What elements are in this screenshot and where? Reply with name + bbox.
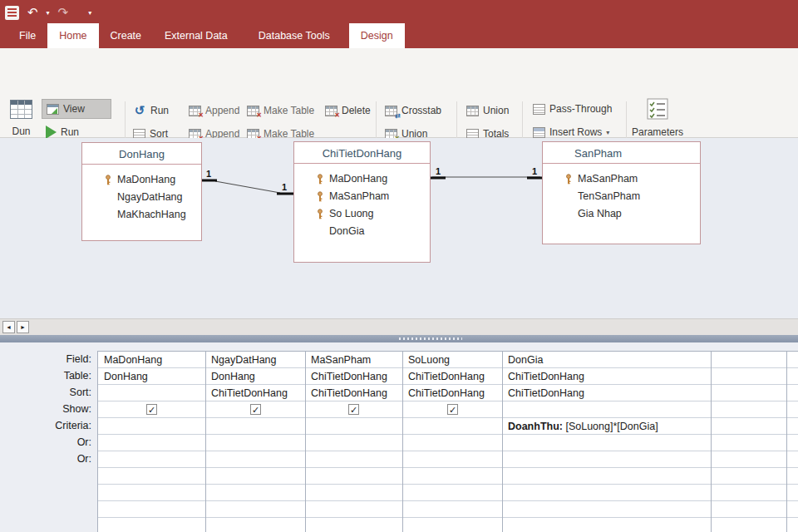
grid-cell-field-2[interactable]: NgayDatHang [205,352,305,368]
view-icon [47,104,59,115]
one-label: 1 [282,182,287,192]
field-row[interactable]: MaDonHang [294,170,430,188]
grid-cell-sort-4[interactable]: ChiTietDonHang [402,385,502,401]
horizontal-scrollbar[interactable]: ◄ ► [0,318,798,335]
tab-external-data[interactable]: External Data [153,23,239,48]
scroll-right-icon: ► [20,324,26,330]
table-title[interactable]: DonHang [82,143,201,165]
grid-cell-sort-5[interactable]: ChiTietDonHang [502,385,711,401]
run-refresh-icon: ↺ [133,104,146,117]
grid-cell-field-1[interactable]: MaDonHang [98,352,205,368]
append-button-1[interactable]: Append [185,101,244,121]
delete-label: Delete [342,105,371,116]
check-icon: ✓ [350,405,357,415]
field-row[interactable]: DonGia [294,223,430,240]
union-label: Union [483,105,509,116]
make-table-button-1[interactable]: Make Table [243,101,318,121]
scroll-left-button[interactable]: ◄ [2,321,15,333]
tab-home[interactable]: Home [47,23,98,48]
undo-button[interactable]: ↶ [27,4,38,21]
grid-cell-table-2[interactable]: DonHang [205,368,305,385]
query-design-canvas[interactable]: 1 1 1 1 DonHang MaDonHang NgayDatHang Ma… [0,138,798,318]
check-icon: ✓ [252,405,259,415]
query-grid[interactable]: MaDonHang NgayDatHang MaSanPham SoLuong … [97,351,798,532]
field-row[interactable]: MaKhachHang [82,206,201,224]
field-name: TenSanPham [578,190,640,202]
show-checkbox-1[interactable]: ✓ [146,404,157,415]
grid-row-label-sort: Sort: [0,384,91,401]
field-row[interactable]: NgayDatHang [82,189,201,206]
crosstab-icon [385,106,397,116]
field-name: Gia Nhap [578,208,622,219]
pass-through-icon [533,104,545,115]
field-row[interactable]: Gia Nhap [543,205,700,223]
tab-create[interactable]: Create [99,23,154,48]
check-icon: ✓ [449,405,456,415]
quick-access-toolbar: ↶ ▾ ↷ ▾ [5,3,91,22]
show-checkbox-3[interactable]: ✓ [348,404,359,415]
grid-cell-table-5[interactable]: ChiTietDonHang [502,368,711,385]
grid-row-label-or1: Or: [0,434,91,451]
grid-cell-sort-2[interactable]: ChiTietDonHang [205,385,305,401]
field-row[interactable]: MaDonHang [82,171,201,189]
table-title[interactable]: ChiTietDonHang [294,142,430,164]
grid-cell-table-3[interactable]: ChiTietDonHang [305,368,402,385]
field-name: MaDonHang [329,173,387,185]
pane-splitter[interactable] [0,335,798,342]
primary-key-icon [315,209,325,219]
redo-icon: ↷ [58,5,69,19]
grid-cell-field-4[interactable]: SoLuong [402,352,502,368]
field-name: DonGia [329,225,364,237]
insert-rows-label: Insert Rows [549,126,602,138]
tab-design[interactable]: Design [349,23,405,48]
crosstab-button[interactable]: Crosstab [381,101,446,121]
show-checkbox-2[interactable]: ✓ [250,404,261,415]
check-icon: ✓ [148,405,155,415]
view-button[interactable]: View [42,99,111,119]
scroll-right-button[interactable]: ► [17,321,29,333]
tab-database-tools[interactable]: Database Tools [247,23,342,48]
field-name: MaKhachHang [117,209,186,220]
redo-button[interactable]: ↷ [58,4,69,21]
grid-cell-field-3[interactable]: MaSanPham [305,352,402,368]
parameters-checklist-icon [647,98,668,120]
undo-icon: ↶ [27,5,38,19]
table-box-donhang[interactable]: DonHang MaDonHang NgayDatHang MaKhachHan… [81,142,202,241]
run-query-button[interactable]: ↺Run [129,101,173,121]
grid-cell-table-1[interactable]: DonHang [98,368,205,385]
field-name: MaSanPham [329,190,389,202]
primary-key-icon [315,191,325,202]
qat-customize-button[interactable]: ▾ [88,9,91,17]
field-row[interactable]: MaSanPham [294,188,430,205]
field-row[interactable]: MaSanPham [543,170,700,188]
show-checkbox-4[interactable]: ✓ [447,404,458,415]
table-title[interactable]: SanPham [543,142,700,164]
tab-file[interactable]: File [7,23,47,48]
titlebar: ↶ ▾ ↷ ▾ File Home Create External Data D… [0,0,798,48]
parameters-button[interactable]: Parameters [632,98,683,138]
grid-cell-table-4[interactable]: ChiTietDonHang [402,368,502,385]
scroll-left-icon: ◄ [6,324,12,330]
delete-button[interactable]: Delete [321,101,375,121]
undo-dropdown-icon[interactable]: ▾ [47,9,50,17]
table-big-button-label: Dun [12,126,30,137]
one-label: 1 [532,166,537,176]
access-window: ↶ ▾ ↷ ▾ File Home Create External Data D… [0,0,798,532]
make-table-label-1: Make Table [264,105,314,116]
parameters-label: Parameters [632,126,683,138]
delete-column: Delete [321,101,375,121]
grid-cell-sort-3[interactable]: ChiTietDonHang [305,385,402,401]
grid-cell-criteria-5[interactable]: DoanhThu: [SoLuong]*[DonGia] [502,418,711,435]
pass-through-button[interactable]: Pass-Through [529,99,616,119]
table-box-sanpham[interactable]: SanPham MaSanPham TenSanPham Gia Nhap [542,141,701,244]
chevron-down-icon: ▾ [606,129,609,136]
ribbon-tabbar: File Home Create External Data Database … [0,23,798,48]
table-icon [10,100,32,119]
access-app-icon[interactable] [5,6,19,20]
union-button[interactable]: Union [462,101,513,121]
field-row[interactable]: So Luong [294,205,430,223]
grid-cell-field-5[interactable]: DonGia [502,352,711,368]
table-big-button[interactable]: Dun [10,100,32,137]
field-row[interactable]: TenSanPham [543,188,700,205]
table-box-chitietdonhang[interactable]: ChiTietDonHang MaDonHang MaSanPham So Lu… [293,141,431,263]
